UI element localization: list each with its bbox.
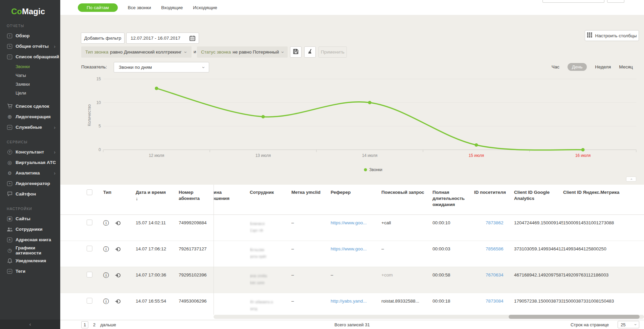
header-visitor-id[interactable]: ID посетителя — [474, 185, 514, 214]
header-ga-client-id[interactable]: Client ID Google Analytics — [514, 185, 563, 214]
sidebar-item-уведомления[interactable]: Уведомления — [0, 255, 60, 266]
sidebar-collapse-button[interactable]: ‹ — [0, 320, 60, 329]
header-employee[interactable]: Сотрудник — [250, 185, 291, 214]
call-info-icon[interactable]: ⓘ — [103, 220, 109, 226]
header-ym-client-id[interactable]: Client ID Яндекс.Метрика — [563, 185, 644, 214]
sidebar-item-сотрудники[interactable]: Сотрудники — [0, 224, 60, 234]
granularity-hour[interactable]: Час — [552, 64, 559, 69]
clear-filter-broom-icon-button[interactable] — [304, 46, 316, 58]
row-checkbox[interactable] — [87, 272, 92, 277]
header-referer[interactable]: Реферер — [331, 185, 381, 214]
sidebar-item-консультант[interactable]: ?Консультант› — [0, 147, 60, 157]
row-checkbox[interactable] — [87, 246, 92, 251]
calls-line-chart: 151050Количество12 июля13 июля14 июля15 … — [60, 75, 644, 176]
tab-ishodyashchie[interactable]: Исходящие — [193, 5, 217, 10]
sidebar-item-адресная-книга[interactable]: AАдресная книга — [0, 234, 60, 245]
table-row[interactable]: ⓘ15.07 14:02:1174999209884БлмчвсяСзрт гФ… — [60, 215, 644, 241]
header-search-query[interactable]: Поисковый запрос — [381, 185, 432, 214]
table-row[interactable]: ⓘ14.07 16:55:5474953006296Ят абмзмта аок… — [60, 293, 644, 315]
next-page-link[interactable]: дальше — [100, 322, 116, 327]
sidebar-subitem-заявки[interactable]: Заявки — [0, 80, 60, 88]
sidebar-item-label: Виртуальная АТС — [16, 160, 56, 165]
header-type[interactable]: Тип — [99, 185, 132, 214]
svg-text:12 июля: 12 июля — [149, 153, 164, 158]
call-info-icon[interactable]: ⓘ — [103, 272, 109, 278]
sidebar-item-лидогенератор[interactable]: ϟЛидогенератор — [0, 178, 60, 189]
save-filter-button[interactable] — [290, 46, 302, 58]
date-range-input[interactable]: 12.07.2017 - 16.07.2017 — [126, 33, 199, 44]
sidebar-item-сайтфон[interactable]: Сайтфон — [0, 189, 60, 199]
header-wait-duration[interactable]: Полная длительность ожидания — [432, 185, 474, 214]
page-1-button[interactable]: 1 — [81, 321, 88, 328]
configure-columns-button[interactable]: Настроить столбцы — [585, 30, 639, 41]
sidebar-item-лидогенерация[interactable]: ⊕Лидогенерация — [0, 111, 60, 122]
cutoff-button[interactable] — [607, 0, 624, 3]
table-row[interactable]: ⓘ14.07 17:06:1279261737127Всчьсвжапти пр… — [60, 241, 644, 267]
apply-filter-button[interactable]: Применить — [318, 46, 347, 58]
chevron-down-icon: › — [281, 51, 286, 53]
table-row[interactable]: ⓘ14.07 17:00:3679295102396мчв этейаЬвс ш… — [60, 267, 644, 293]
caller-number: 74953006296 — [175, 293, 214, 315]
select-all-checkbox[interactable] — [87, 189, 92, 195]
header-number[interactable]: Номер абонента — [175, 185, 214, 214]
comagic-logo[interactable]: CoMagic — [0, 0, 60, 16]
header-datetime[interactable]: Дата и время↓ — [132, 185, 175, 214]
visitor-id-link[interactable]: 7670634 — [474, 267, 514, 293]
metric-select[interactable]: Звонки по дням › — [114, 62, 209, 73]
horizontal-scrollbar-thumb[interactable] — [509, 315, 640, 319]
tab-vse-zvonki[interactable]: Все звонки — [128, 5, 151, 10]
granularity-switch: Час День Неделя Месяц — [552, 62, 633, 71]
referer-value[interactable]: https://www.goo... — [331, 241, 381, 267]
tab-po-saitam[interactable]: По сайтам — [78, 3, 118, 12]
header-reason[interactable]: Причина завершения — [214, 185, 250, 214]
sidebar-subitem-цели[interactable]: Цели — [0, 88, 60, 97]
cutoff-search-input[interactable] — [542, 0, 604, 3]
sidebar-item-label: Сайты — [16, 216, 30, 221]
filter-chip-call-status[interactable]: Статус звонка не равно Потерянный › — [197, 46, 288, 58]
horizontal-scrollbar-track[interactable] — [214, 315, 644, 319]
row-checkbox[interactable] — [87, 220, 92, 225]
tab-vhodyashchie[interactable]: Входящие — [161, 5, 183, 10]
employee-name-blurred: мчв этейаЬвс шюк — [250, 267, 291, 293]
sidebar-item-аналитика[interactable]: ⚙Аналитика› — [0, 168, 60, 178]
sidebar-item-сайты[interactable]: ▦Сайты — [0, 213, 60, 224]
addressbook-icon: A — [7, 237, 13, 243]
sidebar-subitem-звонки[interactable]: Звонки — [0, 62, 60, 71]
sidebar-item-виртуальная-атс[interactable]: ◎Виртуальная АТС› — [0, 157, 60, 168]
header-ymclid[interactable]: Метка ymclid — [291, 185, 331, 214]
call-info-icon[interactable]: ⓘ — [103, 299, 109, 304]
incoming-call-icon — [115, 272, 121, 279]
referer-value[interactable]: https://www.goo... — [331, 215, 381, 241]
page-2-button[interactable]: 2 — [93, 322, 95, 327]
granularity-day[interactable]: День — [568, 63, 587, 71]
sidebar-item-label: Обзор — [16, 33, 30, 38]
granularity-month[interactable]: Месяц — [619, 64, 633, 69]
sidebar-item-label: Консультант — [16, 149, 44, 155]
legend-label: Звонки — [369, 167, 382, 172]
sidebar-item-общие-отчёты[interactable]: ∿Общие отчёты› — [0, 41, 60, 52]
granularity-week[interactable]: Неделя — [595, 64, 611, 69]
sidebar-item-label: Графики активности — [16, 245, 60, 255]
analytics-icon: ⚙ — [7, 170, 13, 176]
filter-chip-call-type[interactable]: Тип звонка равно Динамический коллтрекин… — [81, 46, 192, 58]
sidebar-item-теги[interactable]: </>Теги — [0, 266, 60, 276]
sidebar-item-служебные[interactable]: </>Служебные› — [0, 122, 60, 132]
sidebar-item-обзор[interactable]: iОбзор — [0, 30, 60, 41]
employees-icon — [7, 226, 13, 232]
visitor-id-link[interactable]: 7873862 — [474, 215, 514, 241]
collapse-chart-button[interactable]: › — [626, 177, 636, 182]
rows-per-page-select[interactable]: 25 › — [618, 321, 639, 328]
sidebar-item-список-сделок[interactable]: Список сделок — [0, 101, 60, 111]
visitor-id-link[interactable]: 7856586 — [474, 241, 514, 267]
add-filter-button[interactable]: Добавить фильтр — [81, 33, 125, 44]
sidebar-item-label: Служебные — [16, 125, 42, 130]
referer-value[interactable]: http://yabs.yand... — [331, 293, 381, 315]
row-checkbox[interactable] — [87, 298, 92, 304]
sidebar-item-графики-активности[interactable]: ◷Графики активности — [0, 245, 60, 255]
ymclid-value: – — [291, 241, 331, 267]
service-icon: </> — [7, 124, 13, 130]
visitor-id-link[interactable]: 7873084 — [474, 293, 514, 315]
call-info-icon[interactable]: ⓘ — [103, 246, 109, 252]
sidebar-subitem-чаты[interactable]: Чаты — [0, 71, 60, 80]
sidebar-item-список-обращений[interactable]: ∷Список обращений› — [0, 52, 60, 62]
